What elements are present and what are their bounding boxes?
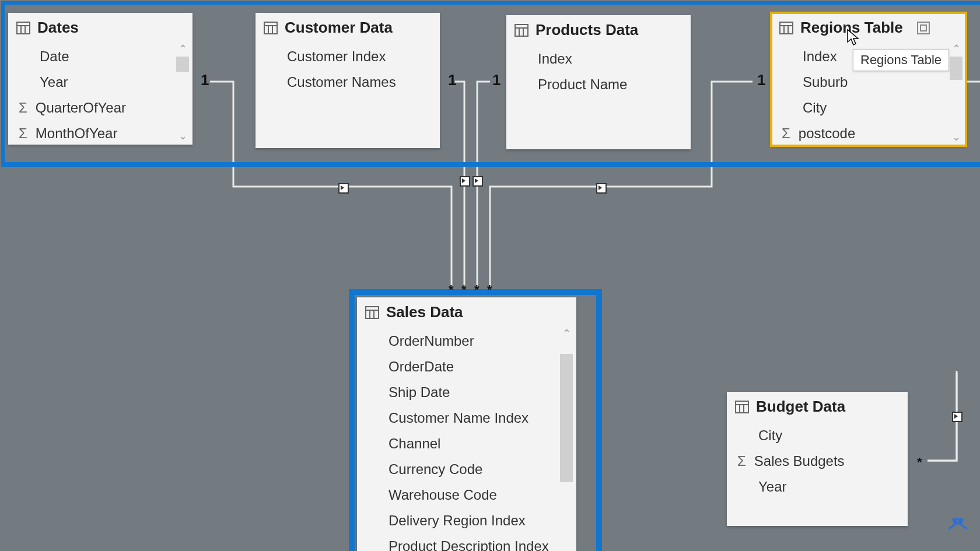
field-customer-names[interactable]: Customer Names xyxy=(256,69,440,95)
field-city[interactable]: City xyxy=(771,95,966,121)
table-title: Regions Table xyxy=(800,19,903,37)
field-product-name[interactable]: Product Name xyxy=(506,72,691,97)
cardinality-many: * xyxy=(474,282,480,297)
table-icon xyxy=(779,22,793,34)
scrollbar-thumb[interactable] xyxy=(560,354,573,482)
maximize-icon[interactable] xyxy=(917,22,930,34)
table-budget-data[interactable]: Budget Data City ΣSales Budgets Year xyxy=(727,392,908,526)
sigma-icon: Σ xyxy=(19,100,27,116)
cardinality-many: * xyxy=(487,282,492,297)
sigma-icon: Σ xyxy=(19,125,27,142)
table-sales-data[interactable]: Sales Data OrderNumber OrderDate Ship Da… xyxy=(357,297,576,551)
svg-line-26 xyxy=(953,520,967,529)
field-list[interactable]: Customer Index Customer Names xyxy=(256,40,440,148)
cardinality-one: 1 xyxy=(448,71,456,89)
table-header[interactable]: Budget Data xyxy=(727,392,908,419)
field-delivery-region-index[interactable]: Delivery Region Index xyxy=(357,508,576,534)
cardinality-many: * xyxy=(917,455,922,470)
field-shipdate[interactable]: Ship Date xyxy=(357,380,576,405)
scroll-down-icon[interactable]: ⌄ xyxy=(176,129,189,142)
scroll-up-icon[interactable]: ⌃ xyxy=(560,327,573,340)
scrollbar-thumb[interactable] xyxy=(176,57,189,72)
cardinality-one: 1 xyxy=(492,71,501,89)
field-channel[interactable]: Channel xyxy=(357,431,576,457)
scrollbar-thumb[interactable] xyxy=(950,57,963,80)
table-customer-data[interactable]: Customer Data Customer Index Customer Na… xyxy=(256,13,440,148)
svg-rect-20 xyxy=(736,401,748,413)
filter-direction-icon[interactable] xyxy=(338,183,349,194)
field-list[interactable]: OrderNumber OrderDate Ship Date Customer… xyxy=(357,325,576,551)
tooltip: Regions Table xyxy=(853,49,949,71)
field-quarterofyear[interactable]: ΣQuarterOfYear xyxy=(8,95,192,121)
field-year[interactable]: Year xyxy=(727,474,908,500)
svg-rect-12 xyxy=(780,22,793,34)
table-title: Dates xyxy=(37,19,79,37)
filter-direction-icon[interactable] xyxy=(460,176,470,187)
field-monthofyear[interactable]: ΣMonthOfYear xyxy=(8,121,192,145)
field-product-description-index[interactable]: Product Description Index xyxy=(357,534,576,551)
filter-direction-icon[interactable] xyxy=(952,412,963,422)
svg-rect-16 xyxy=(366,307,379,318)
field-date[interactable]: Date xyxy=(8,44,192,69)
table-header[interactable]: Dates xyxy=(8,13,192,40)
svg-rect-0 xyxy=(17,22,30,34)
filter-direction-icon[interactable] xyxy=(596,183,607,194)
cardinality-many: * xyxy=(461,282,467,297)
sigma-icon: Σ xyxy=(737,453,746,469)
table-dates[interactable]: Dates Date Year ΣQuarterOfYear ΣMonthOfY… xyxy=(8,13,192,145)
field-currency-code[interactable]: Currency Code xyxy=(357,457,576,482)
table-products-data[interactable]: Products Data Index Product Name xyxy=(506,15,691,149)
svg-line-24 xyxy=(949,520,963,529)
cardinality-many: * xyxy=(449,282,454,297)
table-header[interactable]: Products Data xyxy=(506,15,691,43)
svg-marker-25 xyxy=(959,519,963,523)
table-title: Budget Data xyxy=(756,398,845,416)
svg-rect-8 xyxy=(515,24,528,36)
field-postcode[interactable]: Σpostcode xyxy=(771,121,966,146)
cross-filter-icon[interactable] xyxy=(946,516,970,535)
field-sales-budgets[interactable]: ΣSales Budgets xyxy=(727,448,908,474)
table-icon xyxy=(735,401,749,413)
table-header[interactable]: Customer Data xyxy=(256,13,440,40)
table-header[interactable]: Sales Data xyxy=(357,297,576,325)
field-list[interactable]: Index Product Name xyxy=(506,43,691,149)
cardinality-one: 1 xyxy=(201,71,209,89)
table-icon xyxy=(16,22,30,34)
field-ordernumber[interactable]: OrderNumber xyxy=(357,328,576,354)
table-header[interactable]: Regions Table xyxy=(771,13,966,40)
field-index[interactable]: Index xyxy=(506,46,691,72)
field-orderdate[interactable]: OrderDate xyxy=(357,354,576,380)
table-title: Sales Data xyxy=(386,303,463,321)
field-city[interactable]: City xyxy=(727,423,908,448)
field-warehouse-code[interactable]: Warehouse Code xyxy=(357,482,576,508)
sigma-icon: Σ xyxy=(782,125,790,142)
table-title: Products Data xyxy=(536,21,638,39)
table-icon xyxy=(365,306,379,319)
scroll-down-icon[interactable]: ⌄ xyxy=(950,131,963,143)
table-icon xyxy=(264,22,278,34)
filter-direction-icon[interactable] xyxy=(473,176,483,187)
field-customer-name-index[interactable]: Customer Name Index xyxy=(357,405,576,431)
table-title: Customer Data xyxy=(285,19,393,37)
table-icon xyxy=(514,24,528,37)
field-list[interactable]: Date Year ΣQuarterOfYear ΣMonthOfYear ⌃ … xyxy=(8,40,192,145)
svg-rect-4 xyxy=(264,22,277,34)
svg-marker-27 xyxy=(953,519,957,523)
scroll-up-icon[interactable]: ⌃ xyxy=(176,43,189,55)
field-customer-index[interactable]: Customer Index xyxy=(256,44,440,69)
field-list[interactable]: City ΣSales Budgets Year xyxy=(727,419,908,526)
table-regions-table[interactable]: Regions Table Index Suburb City Σpostcod… xyxy=(771,13,966,146)
field-suburb[interactable]: Suburb xyxy=(771,69,966,95)
cardinality-one: 1 xyxy=(757,71,765,89)
field-year[interactable]: Year xyxy=(8,69,192,95)
model-canvas[interactable]: Dates Date Year ΣQuarterOfYear ΣMonthOfY… xyxy=(0,0,980,551)
scroll-up-icon[interactable]: ⌃ xyxy=(950,43,963,55)
